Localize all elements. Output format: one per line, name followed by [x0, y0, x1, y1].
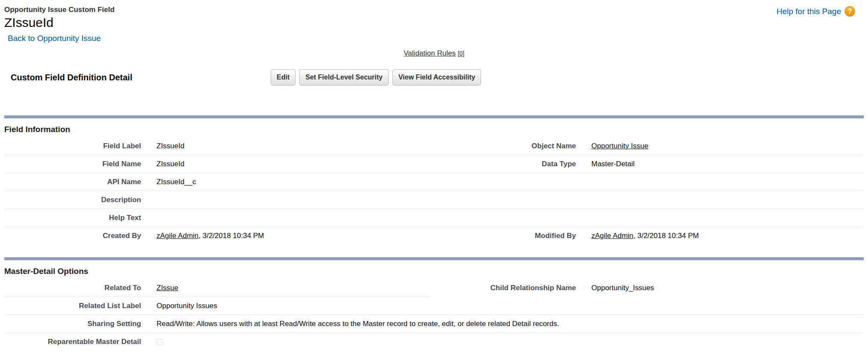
- related-list-label-value: Opportunity Issues: [149, 297, 864, 315]
- entity-label: Opportunity Issue Custom Field: [4, 5, 868, 15]
- modified-by-label: Modified By: [430, 227, 584, 245]
- created-by-datetime: , 3/2/2018 10:34 PM: [198, 232, 264, 240]
- validation-rules-count-link[interactable]: 0: [459, 50, 463, 57]
- empty-label: [430, 191, 584, 209]
- sharing-setting-label: Sharing Setting: [4, 315, 149, 333]
- created-by-value: zAgile Admin, 3/2/2018 10:34 PM: [149, 227, 430, 245]
- table-row: Related To ZIssue Child Relationship Nam…: [4, 279, 864, 297]
- field-information-table: Field Label ZIssueId Object Name Opportu…: [4, 137, 864, 244]
- detail-block-title: Custom Field Definition Detail: [11, 73, 132, 82]
- table-row: Created By zAgile Admin, 3/2/2018 10:34 …: [4, 227, 864, 245]
- empty-label: [430, 209, 584, 227]
- field-information-title: Field Information: [4, 124, 868, 135]
- section-divider-bar: [4, 257, 864, 260]
- detail-block-header: Custom Field Definition Detail Edit Set …: [0, 68, 868, 92]
- modified-by-value: zAgile Admin, 3/2/2018 10:34 PM: [584, 227, 864, 245]
- reparentable-master-detail-label: Reparentable Master Detail: [4, 333, 149, 351]
- data-type-value: Master-Detail: [584, 155, 864, 173]
- field-label-value: ZIssueId: [149, 137, 430, 155]
- empty-value: [584, 191, 864, 209]
- section-divider-bar: [4, 115, 864, 118]
- field-name-label: Field Name: [4, 155, 149, 173]
- table-row: API Name ZIssueId__c: [4, 173, 864, 191]
- object-name-label: Object Name: [430, 137, 584, 155]
- validation-rules-count: [0]: [458, 50, 464, 57]
- data-type-label: Data Type: [430, 155, 584, 173]
- table-row: Field Label ZIssueId Object Name Opportu…: [4, 137, 864, 155]
- validation-rules-link[interactable]: Validation Rules: [404, 49, 456, 57]
- detail-button-row: Edit Set Field-Level Security View Field…: [271, 69, 481, 85]
- table-row: Help Text: [4, 209, 864, 227]
- sharing-setting-value: Read/Write: Allows users with at least R…: [149, 315, 864, 333]
- created-by-label: Created By: [4, 227, 149, 245]
- edit-button[interactable]: Edit: [271, 69, 295, 85]
- table-row: Related List Label Opportunity Issues: [4, 297, 864, 315]
- page-title: ZIssueId: [4, 15, 868, 31]
- api-name-label: API Name: [4, 173, 149, 191]
- master-detail-options-table: Related To ZIssue Child Relationship Nam…: [4, 279, 864, 350]
- table-row: Field Name ZIssueId Data Type Master-Det…: [4, 155, 864, 173]
- help-for-this-page-link[interactable]: Help for this Page: [776, 7, 841, 16]
- reparentable-master-detail-value: [149, 333, 864, 351]
- table-row: Sharing Setting Read/Write: Allows users…: [4, 315, 864, 333]
- description-label: Description: [4, 191, 149, 209]
- modified-by-datetime: , 3/2/2018 10:34 PM: [633, 232, 699, 240]
- related-to-link[interactable]: ZIssue: [156, 284, 178, 292]
- help-question-icon[interactable]: ?: [844, 6, 855, 17]
- related-to-label: Related To: [4, 279, 149, 297]
- child-relationship-name-value: Opportunity_Issues: [584, 279, 864, 297]
- back-to-object-link[interactable]: Back to Opportunity Issue: [8, 33, 101, 44]
- bracket-close: ]: [463, 50, 464, 57]
- field-label-label: Field Label: [4, 137, 149, 155]
- view-field-accessibility-button[interactable]: View Field Accessibility: [393, 69, 481, 85]
- created-by-user-link[interactable]: zAgile Admin: [156, 232, 198, 240]
- master-detail-options-title: Master-Detail Options: [4, 266, 868, 277]
- empty-value: [584, 173, 864, 191]
- reparentable-checkbox[interactable]: [156, 339, 163, 345]
- help-text-label: Help Text: [4, 209, 149, 227]
- description-value: [149, 191, 430, 209]
- api-name-value: ZIssueId__c: [149, 173, 430, 191]
- set-field-level-security-button[interactable]: Set Field-Level Security: [299, 69, 389, 85]
- table-row: Reparentable Master Detail: [4, 333, 864, 351]
- validation-rules-line: Validation Rules [0]: [0, 49, 868, 58]
- object-name-value: Opportunity Issue: [584, 137, 864, 155]
- help-text-value: [149, 209, 430, 227]
- page-header: Opportunity Issue Custom Field ZIssueId …: [0, 0, 868, 44]
- related-list-label-label: Related List Label: [4, 297, 149, 315]
- table-row: Description: [4, 191, 864, 209]
- child-relationship-name-label: Child Relationship Name: [430, 279, 584, 297]
- empty-label: [430, 173, 584, 191]
- empty-value: [584, 209, 864, 227]
- modified-by-user-link[interactable]: zAgile Admin: [591, 232, 633, 240]
- related-to-value: ZIssue: [149, 279, 430, 297]
- field-name-value: ZIssueId: [149, 155, 430, 173]
- help-area: Help for this Page ?: [776, 6, 855, 17]
- object-name-link[interactable]: Opportunity Issue: [591, 142, 648, 150]
